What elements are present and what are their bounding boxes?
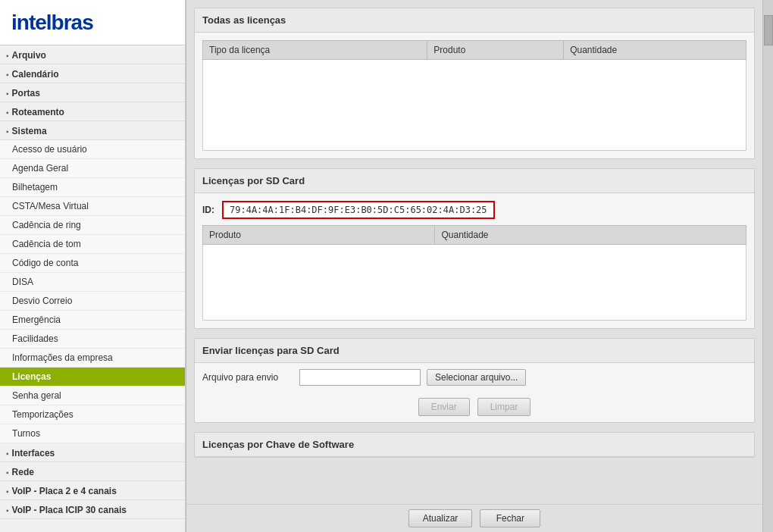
enviar-btn-row: Enviar Limpar	[195, 392, 754, 422]
fechar-button[interactable]: Fechar	[480, 509, 540, 527]
main-wrapper: Todas as licenças Tipo da licença Produt…	[186, 0, 773, 532]
sidebar-item-rede[interactable]: Rede	[0, 462, 185, 481]
section-title-todas-licencas: Todas as licenças	[195, 8, 754, 33]
sidebar-item-turnos[interactable]: Turnos	[0, 424, 185, 443]
logo-area: intelbras	[0, 0, 185, 45]
sidebar-item-interfaces[interactable]: Interfaces	[0, 443, 185, 462]
logo: intelbras	[11, 11, 93, 35]
sidebar-item-roteamento[interactable]: Roteamento	[0, 102, 185, 121]
sidebar-item-csta-mesa-virtual[interactable]: CSTA/Mesa Virtual	[0, 197, 185, 216]
sidebar-item-informacoes-empresa[interactable]: Informações da empresa	[0, 349, 185, 368]
sidebar-item-agenda-geral[interactable]: Agenda Geral	[0, 159, 185, 178]
sidebar-item-licencas[interactable]: Licenças	[0, 368, 185, 386]
section-content-todas-licencas: Tipo da licença Produto Quantidade	[195, 33, 754, 158]
sidebar-item-bilhetagem[interactable]: Bilhetagem	[0, 178, 185, 197]
section-title-enviar: Enviar licenças para SD Card	[195, 339, 754, 363]
enviar-button[interactable]: Enviar	[418, 398, 470, 416]
sd-table-row-empty	[203, 245, 746, 321]
todas-licencas-table: Tipo da licença Produto Quantidade	[202, 40, 746, 151]
scrollbar-thumb	[764, 15, 773, 45]
file-label: Arquivo para envio	[202, 372, 293, 383]
sidebar-item-senha-geral[interactable]: Senha geral	[0, 386, 185, 405]
scrollbar-right[interactable]	[762, 0, 773, 532]
sidebar-item-voip-icip[interactable]: VoIP - Placa ICIP 30 canais	[0, 500, 185, 519]
sidebar-item-codigo-conta[interactable]: Código de conta	[0, 254, 185, 273]
sidebar-item-desvio-correio[interactable]: Desvio Correio	[0, 292, 185, 311]
col-produto: Produto	[427, 41, 564, 60]
sidebar: intelbras Arquivo Calendário Portas Rote…	[0, 0, 186, 532]
table-row-empty	[203, 60, 746, 151]
sidebar-item-calendario[interactable]: Calendário	[0, 64, 185, 83]
section-enviar-licencas: Enviar licenças para SD Card Arquivo par…	[194, 338, 755, 423]
file-row: Arquivo para envio Selecionar arquivo...	[195, 363, 754, 392]
section-content-licencas-sd: ID: 79:4A:4A:1F:B4:DF:9F:E3:B0:5D:C5:65:…	[195, 193, 754, 328]
section-title-licencas-sd: Licenças por SD Card	[195, 169, 754, 193]
select-file-button[interactable]: Selecionar arquivo...	[427, 369, 526, 386]
inner-content: Todas as licenças Tipo da licença Produt…	[186, 0, 762, 532]
section-todas-licencas: Todas as licenças Tipo da licença Produt…	[194, 8, 755, 159]
sidebar-item-portas[interactable]: Portas	[0, 83, 185, 102]
limpar-button[interactable]: Limpar	[477, 398, 531, 416]
col-quantidade-sd: Quantidade	[435, 226, 746, 245]
section-licencas-sd: Licenças por SD Card ID: 79:4A:4A:1F:B4:…	[194, 168, 755, 329]
bottom-bar: Atualizar Fechar	[186, 504, 762, 532]
sidebar-item-arquivo[interactable]: Arquivo	[0, 45, 185, 64]
sidebar-item-voip-2-4[interactable]: VoIP - Placa 2 e 4 canais	[0, 481, 185, 500]
col-tipo-licenca: Tipo da licença	[203, 41, 427, 60]
sidebar-item-facilidades[interactable]: Facilidades	[0, 330, 185, 349]
sidebar-item-temporizacoes[interactable]: Temporizações	[0, 405, 185, 424]
sistema-submenu: Acesso de usuárioAgenda GeralBilhetagemC…	[0, 140, 185, 443]
id-label: ID:	[202, 205, 214, 215]
sidebar-item-acesso-usuario[interactable]: Acesso de usuário	[0, 140, 185, 159]
sd-card-table: Produto Quantidade	[202, 225, 746, 321]
section-chave-software: Licenças por Chave de Software	[194, 432, 755, 458]
content-area: Todas as licenças Tipo da licença Produt…	[186, 0, 762, 504]
col-produto-sd: Produto	[203, 226, 435, 245]
col-quantidade: Quantidade	[564, 41, 746, 60]
sidebar-item-emergencia[interactable]: Emergência	[0, 311, 185, 330]
atualizar-button[interactable]: Atualizar	[408, 509, 473, 527]
section-title-chave: Licenças por Chave de Software	[195, 433, 754, 457]
file-input[interactable]	[299, 369, 421, 386]
id-value: 79:4A:4A:1F:B4:DF:9F:E3:B0:5D:C5:65:02:4…	[222, 201, 495, 219]
sidebar-item-cadencia-ring[interactable]: Cadência de ring	[0, 216, 185, 235]
id-row: ID: 79:4A:4A:1F:B4:DF:9F:E3:B0:5D:C5:65:…	[202, 201, 746, 219]
sidebar-item-cadencia-tom[interactable]: Cadência de tom	[0, 235, 185, 254]
sidebar-item-sistema[interactable]: Sistema	[0, 121, 185, 140]
sidebar-item-disa[interactable]: DISA	[0, 273, 185, 292]
